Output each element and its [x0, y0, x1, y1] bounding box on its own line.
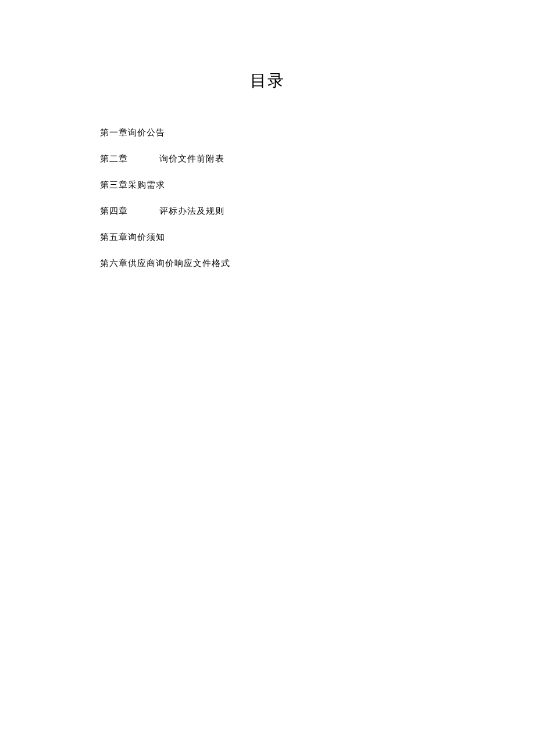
toc-title: 询价公告	[128, 128, 165, 137]
toc-title: 评标办法及规则	[159, 206, 224, 216]
toc-list: 第一章询价公告 第二章询价文件前附表 第三章采购需求 第四章评标办法及规则 第五…	[100, 127, 230, 284]
toc-chapter: 第六章	[100, 259, 128, 268]
toc-chapter: 第三章	[100, 180, 128, 189]
page-title: 目录	[0, 70, 535, 92]
toc-title: 询价须知	[128, 232, 165, 242]
toc-item: 第四章评标办法及规则	[100, 205, 230, 217]
toc-title: 询价文件前附表	[159, 154, 224, 163]
toc-item: 第三章采购需求	[100, 179, 230, 191]
toc-item: 第一章询价公告	[100, 127, 230, 139]
toc-item: 第五章询价须知	[100, 231, 230, 243]
toc-item: 第六章供应商询价响应文件格式	[100, 257, 230, 270]
toc-chapter: 第一章	[100, 128, 128, 137]
toc-item: 第二章询价文件前附表	[100, 153, 230, 165]
toc-chapter: 第二章	[100, 154, 128, 163]
toc-chapter: 第四章	[100, 206, 128, 216]
toc-title: 采购需求	[128, 180, 165, 189]
toc-title: 供应商询价响应文件格式	[128, 259, 230, 268]
toc-chapter: 第五章	[100, 232, 128, 242]
